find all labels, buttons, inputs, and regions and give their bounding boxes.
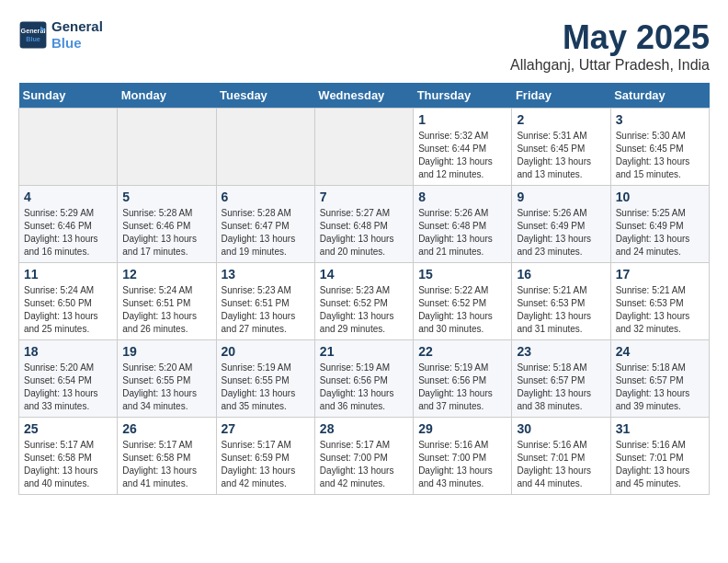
day-info: Sunrise: 5:25 AM Sunset: 6:49 PM Dayligh… (616, 207, 704, 259)
day-info: Sunrise: 5:26 AM Sunset: 6:49 PM Dayligh… (517, 207, 605, 259)
day-info: Sunrise: 5:20 AM Sunset: 6:55 PM Dayligh… (122, 362, 210, 413)
day-number: 30 (517, 421, 605, 436)
day-number: 1 (418, 112, 506, 127)
calendar-body: 1Sunrise: 5:32 AM Sunset: 6:44 PM Daylig… (19, 109, 710, 495)
day-number: 6 (222, 190, 310, 204)
calendar-cell: 25Sunrise: 5:17 AM Sunset: 6:58 PM Dayli… (19, 418, 118, 495)
day-info: Sunrise: 5:21 AM Sunset: 6:53 PM Dayligh… (616, 284, 704, 336)
day-info: Sunrise: 5:24 AM Sunset: 6:50 PM Dayligh… (24, 284, 112, 336)
calendar-cell (19, 109, 118, 186)
calendar-week-row: 25Sunrise: 5:17 AM Sunset: 6:58 PM Dayli… (19, 418, 710, 495)
calendar-cell: 9Sunrise: 5:26 AM Sunset: 6:49 PM Daylig… (512, 186, 610, 263)
day-number: 5 (122, 190, 210, 204)
day-number: 16 (517, 267, 605, 282)
calendar-cell: 3Sunrise: 5:30 AM Sunset: 6:45 PM Daylig… (610, 109, 709, 186)
subtitle: Allahganj, Uttar Pradesh, India (510, 57, 710, 74)
day-number: 21 (320, 344, 408, 359)
day-number: 4 (24, 190, 112, 204)
calendar-day-header: Tuesday (216, 83, 314, 109)
calendar-week-row: 18Sunrise: 5:20 AM Sunset: 6:54 PM Dayli… (19, 340, 710, 418)
calendar-table: SundayMondayTuesdayWednesdayThursdayFrid… (18, 83, 710, 495)
day-number: 8 (418, 190, 506, 204)
main-title: May 2025 (510, 18, 710, 57)
logo: General Blue General Blue (18, 18, 103, 52)
calendar-day-header: Saturday (610, 83, 709, 109)
day-number: 29 (418, 421, 506, 436)
day-info: Sunrise: 5:28 AM Sunset: 6:46 PM Dayligh… (122, 207, 210, 259)
svg-text:Blue: Blue (26, 35, 40, 43)
day-number: 28 (320, 421, 408, 436)
day-number: 22 (418, 344, 506, 359)
calendar-cell: 17Sunrise: 5:21 AM Sunset: 6:53 PM Dayli… (610, 263, 709, 340)
calendar-cell: 28Sunrise: 5:17 AM Sunset: 7:00 PM Dayli… (314, 418, 413, 495)
calendar-cell: 18Sunrise: 5:20 AM Sunset: 6:54 PM Dayli… (19, 340, 118, 418)
day-number: 17 (616, 267, 704, 282)
calendar-cell: 6Sunrise: 5:28 AM Sunset: 6:47 PM Daylig… (216, 186, 314, 263)
page-header: General Blue General Blue May 2025 Allah… (18, 18, 710, 74)
day-number: 3 (616, 112, 704, 127)
calendar-cell: 8Sunrise: 5:26 AM Sunset: 6:48 PM Daylig… (414, 186, 512, 263)
calendar-cell: 24Sunrise: 5:18 AM Sunset: 6:57 PM Dayli… (610, 340, 709, 418)
calendar-cell: 15Sunrise: 5:22 AM Sunset: 6:52 PM Dayli… (414, 263, 512, 340)
day-info: Sunrise: 5:17 AM Sunset: 6:58 PM Dayligh… (24, 439, 112, 490)
day-number: 14 (320, 267, 408, 282)
day-info: Sunrise: 5:31 AM Sunset: 6:45 PM Dayligh… (517, 130, 605, 181)
logo-text: General Blue (51, 18, 103, 52)
day-number: 19 (122, 344, 210, 359)
day-info: Sunrise: 5:19 AM Sunset: 6:55 PM Dayligh… (222, 362, 310, 413)
day-info: Sunrise: 5:16 AM Sunset: 7:01 PM Dayligh… (517, 439, 605, 490)
calendar-day-header: Monday (118, 83, 216, 109)
day-info: Sunrise: 5:20 AM Sunset: 6:54 PM Dayligh… (24, 362, 112, 413)
calendar-cell: 23Sunrise: 5:18 AM Sunset: 6:57 PM Dayli… (512, 340, 610, 418)
calendar-header-row: SundayMondayTuesdayWednesdayThursdayFrid… (19, 83, 710, 109)
calendar-day-header: Wednesday (314, 83, 413, 109)
calendar-cell: 16Sunrise: 5:21 AM Sunset: 6:53 PM Dayli… (512, 263, 610, 340)
day-number: 15 (418, 267, 506, 282)
calendar-cell: 7Sunrise: 5:27 AM Sunset: 6:48 PM Daylig… (314, 186, 413, 263)
calendar-week-row: 11Sunrise: 5:24 AM Sunset: 6:50 PM Dayli… (19, 263, 710, 340)
calendar-week-row: 1Sunrise: 5:32 AM Sunset: 6:44 PM Daylig… (19, 109, 710, 186)
day-info: Sunrise: 5:18 AM Sunset: 6:57 PM Dayligh… (517, 362, 605, 413)
calendar-cell: 26Sunrise: 5:17 AM Sunset: 6:58 PM Dayli… (118, 418, 216, 495)
day-number: 23 (517, 344, 605, 359)
logo-icon: General Blue (18, 20, 48, 50)
day-info: Sunrise: 5:18 AM Sunset: 6:57 PM Dayligh… (616, 362, 704, 413)
calendar-cell: 27Sunrise: 5:17 AM Sunset: 6:59 PM Dayli… (216, 418, 314, 495)
day-number: 12 (122, 267, 210, 282)
day-info: Sunrise: 5:24 AM Sunset: 6:51 PM Dayligh… (122, 284, 210, 336)
day-number: 18 (24, 344, 112, 359)
day-info: Sunrise: 5:16 AM Sunset: 7:00 PM Dayligh… (418, 439, 506, 490)
calendar-week-row: 4Sunrise: 5:29 AM Sunset: 6:46 PM Daylig… (19, 186, 710, 263)
day-number: 2 (517, 112, 605, 127)
day-info: Sunrise: 5:32 AM Sunset: 6:44 PM Dayligh… (418, 130, 506, 181)
day-info: Sunrise: 5:21 AM Sunset: 6:53 PM Dayligh… (517, 284, 605, 336)
day-info: Sunrise: 5:17 AM Sunset: 6:58 PM Dayligh… (122, 439, 210, 490)
calendar-cell: 1Sunrise: 5:32 AM Sunset: 6:44 PM Daylig… (414, 109, 512, 186)
day-number: 11 (24, 267, 112, 282)
day-number: 7 (320, 190, 408, 204)
calendar-cell: 22Sunrise: 5:19 AM Sunset: 6:56 PM Dayli… (414, 340, 512, 418)
day-info: Sunrise: 5:27 AM Sunset: 6:48 PM Dayligh… (320, 207, 408, 259)
day-number: 9 (517, 190, 605, 204)
day-number: 27 (222, 421, 310, 436)
calendar-cell (314, 109, 413, 186)
day-info: Sunrise: 5:17 AM Sunset: 6:59 PM Dayligh… (222, 439, 310, 490)
calendar-cell: 20Sunrise: 5:19 AM Sunset: 6:55 PM Dayli… (216, 340, 314, 418)
day-info: Sunrise: 5:30 AM Sunset: 6:45 PM Dayligh… (616, 130, 704, 181)
day-info: Sunrise: 5:16 AM Sunset: 7:01 PM Dayligh… (616, 439, 704, 490)
day-number: 24 (616, 344, 704, 359)
day-info: Sunrise: 5:17 AM Sunset: 7:00 PM Dayligh… (320, 439, 408, 490)
day-info: Sunrise: 5:22 AM Sunset: 6:52 PM Dayligh… (418, 284, 506, 336)
calendar-cell: 11Sunrise: 5:24 AM Sunset: 6:50 PM Dayli… (19, 263, 118, 340)
day-number: 31 (616, 421, 704, 436)
calendar-cell: 5Sunrise: 5:28 AM Sunset: 6:46 PM Daylig… (118, 186, 216, 263)
calendar-cell: 19Sunrise: 5:20 AM Sunset: 6:55 PM Dayli… (118, 340, 216, 418)
calendar-cell: 13Sunrise: 5:23 AM Sunset: 6:51 PM Dayli… (216, 263, 314, 340)
calendar-cell (216, 109, 314, 186)
day-info: Sunrise: 5:19 AM Sunset: 6:56 PM Dayligh… (320, 362, 408, 413)
calendar-cell: 30Sunrise: 5:16 AM Sunset: 7:01 PM Dayli… (512, 418, 610, 495)
calendar-cell: 14Sunrise: 5:23 AM Sunset: 6:52 PM Dayli… (314, 263, 413, 340)
day-info: Sunrise: 5:26 AM Sunset: 6:48 PM Dayligh… (418, 207, 506, 259)
day-number: 20 (222, 344, 310, 359)
calendar-cell: 31Sunrise: 5:16 AM Sunset: 7:01 PM Dayli… (610, 418, 709, 495)
